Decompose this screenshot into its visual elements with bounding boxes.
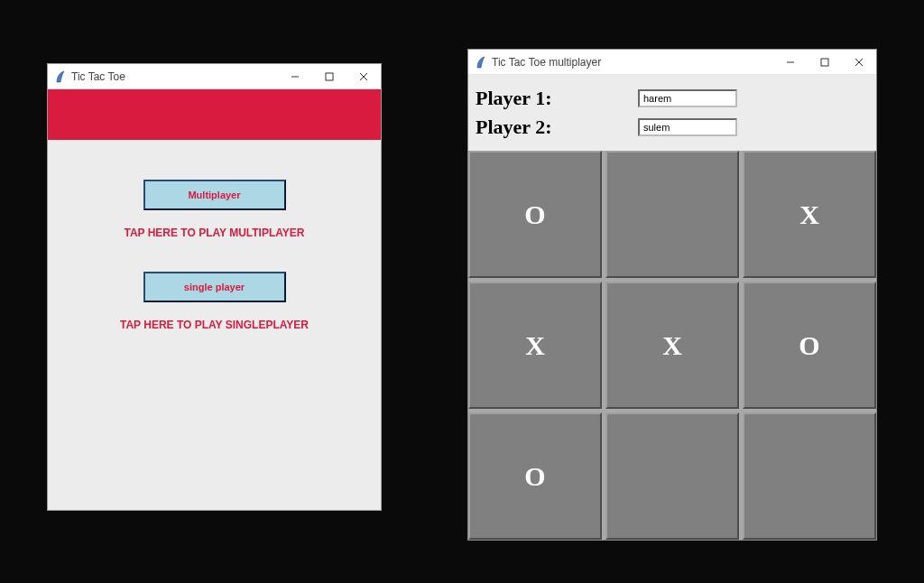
menu-body: Multiplayer TAP HERE TO PLAY MULTIPLAYER… <box>48 140 381 510</box>
minimize-button[interactable] <box>278 64 312 89</box>
multiplayer-caption: TAP HERE TO PLAY MULTIPLAYER <box>124 227 304 239</box>
menu-window-title: Tic Tac Toe <box>69 70 278 83</box>
app-icon <box>51 70 69 83</box>
cell-1-2[interactable]: O <box>743 282 876 409</box>
window-controls <box>773 50 876 75</box>
minimize-button[interactable] <box>773 50 808 75</box>
player2-label: Player 2: <box>476 116 638 139</box>
multiplayer-button-label: Multiplayer <box>188 190 240 200</box>
game-window-titlebar[interactable]: Tic Tac Toe multiplayer <box>468 50 876 75</box>
player-input-area: Player 1: Player 2: <box>468 75 876 151</box>
player1-input[interactable] <box>638 89 737 107</box>
cell-0-1[interactable] <box>605 151 739 278</box>
cell-0-2[interactable]: X <box>743 151 876 278</box>
close-button[interactable] <box>346 64 381 89</box>
maximize-button[interactable] <box>312 64 346 89</box>
multiplayer-button[interactable]: Multiplayer <box>143 180 286 210</box>
svg-rect-5 <box>821 59 828 66</box>
game-window: Tic Tac Toe multiplayer Player 1: Player… <box>468 50 876 540</box>
cell-0-0[interactable]: O <box>468 151 602 278</box>
game-grid: O X X X O O <box>468 151 876 540</box>
cell-2-1[interactable] <box>605 412 739 540</box>
cell-1-0[interactable]: X <box>468 282 602 409</box>
singleplayer-button[interactable]: single player <box>143 272 286 302</box>
player2-row: Player 2: <box>476 116 869 139</box>
menu-window: Tic Tac Toe Multiplayer TAP HERE TO PLAY… <box>48 64 381 510</box>
game-window-title: Tic Tac Toe multiplayer <box>490 56 773 69</box>
menu-window-titlebar[interactable]: Tic Tac Toe <box>48 64 381 89</box>
singleplayer-button-label: single player <box>184 282 245 292</box>
player1-row: Player 1: <box>476 87 869 110</box>
header-band <box>48 89 381 140</box>
player2-input[interactable] <box>638 118 737 136</box>
cell-2-0[interactable]: O <box>468 412 602 540</box>
app-icon <box>472 56 490 69</box>
cell-1-1[interactable]: X <box>605 282 739 409</box>
singleplayer-caption: TAP HERE TO PLAY SINGLEPLAYER <box>120 319 309 331</box>
cell-2-2[interactable] <box>743 412 876 540</box>
window-controls <box>278 64 381 89</box>
close-button[interactable] <box>842 50 876 75</box>
player1-label: Player 1: <box>476 87 638 110</box>
maximize-button[interactable] <box>808 50 842 75</box>
svg-rect-1 <box>326 73 333 80</box>
